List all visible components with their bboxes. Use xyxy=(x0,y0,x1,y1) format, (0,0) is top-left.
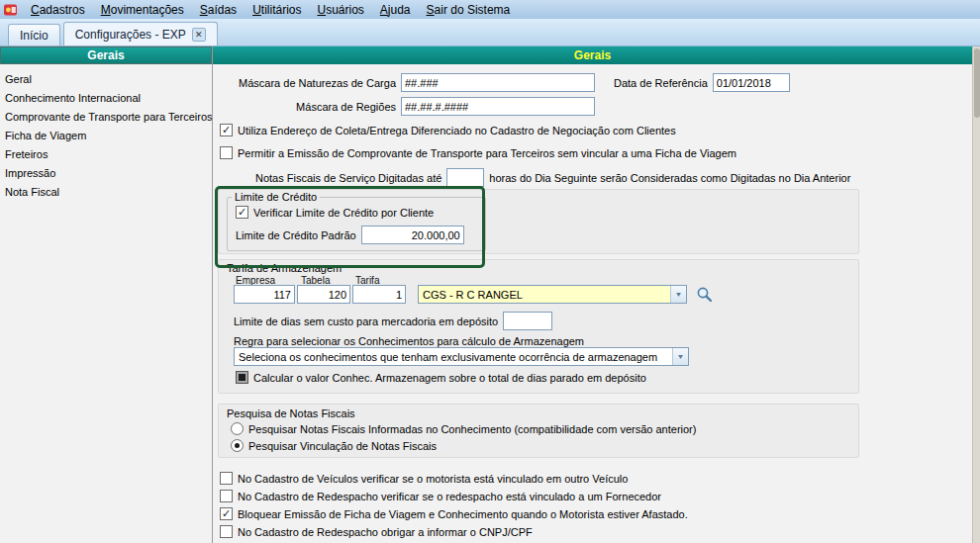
checkbox-row-veiculos: No Cadastro de Veículos verificar se o m… xyxy=(220,472,628,485)
pesquisa-notas-panel: Pesquisa de Notas Fiscais Pesquisar Nota… xyxy=(218,404,859,458)
limite-credito-groupbox: Limite de Crédito Verificar Limite de Cr… xyxy=(227,191,486,251)
limite-padrao-label: Limite de Crédito Padrão xyxy=(236,229,356,241)
tab-configuracoes-exp[interactable]: Configurações - EXP xyxy=(63,22,218,45)
limite-credito-panel: Limite de Crédito Verificar Limite de Cr… xyxy=(218,189,859,254)
sidebar-list: Geral Conhecimento Internacional Comprov… xyxy=(0,70,212,202)
menu-item-movimentacoes[interactable]: Movimentações xyxy=(93,2,192,18)
cliente-combobox-value: CGS - R C RANGEL xyxy=(419,289,670,301)
checkbox-row-permitir-emissao: Permitir a Emissão de Comprovante de Tra… xyxy=(220,146,736,159)
calcular-valor-label: Calcular o valor Conhec. Armazenagem sob… xyxy=(253,372,646,384)
field-row-mascara-naturezas: Máscara de Naturezas de Carga xyxy=(218,73,595,92)
calcular-valor-checkbox[interactable] xyxy=(236,371,248,384)
sidebar-item-nota-fiscal[interactable]: Nota Fiscal xyxy=(0,183,212,202)
menu-item-ajuda[interactable]: Ajuda xyxy=(372,2,419,18)
menu-item-cadastros[interactable]: Cadastros xyxy=(23,2,93,18)
limite-dias-row: Limite de dias sem custo para mercadoria… xyxy=(234,312,552,330)
mascara-naturezas-label: Máscara de Naturezas de Carga xyxy=(218,77,396,89)
menu-item-usuarios[interactable]: Usuários xyxy=(309,2,371,18)
redespacho-cnpj-label: No Cadastro de Redespacho obrigar a info… xyxy=(238,526,533,538)
notas-digitadas-horas-input[interactable] xyxy=(446,168,484,187)
sidebar-title: Gerais xyxy=(0,46,212,64)
regra-conhecimentos-label: Regra para selecionar os Conhecimentos p… xyxy=(234,335,584,347)
close-icon[interactable] xyxy=(192,28,206,42)
limite-dias-input[interactable] xyxy=(503,312,552,330)
chevron-down-icon[interactable] xyxy=(670,286,686,303)
data-referencia-input[interactable] xyxy=(713,73,790,92)
redespacho-fornecedor-label: No Cadastro de Redespacho verificar se o… xyxy=(238,491,661,502)
verificar-limite-row: Verificar Limite de Crédito por Cliente xyxy=(236,206,485,219)
menubar: Cadastros Movimentações Saídas Utilitári… xyxy=(0,0,980,19)
verificar-limite-label: Verificar Limite de Crédito por Cliente xyxy=(253,207,434,219)
endereco-coleta-checkbox[interactable] xyxy=(220,124,233,136)
limite-padrao-row: Limite de Crédito Padrão xyxy=(236,226,485,244)
sidebar-item-ficha-de-viagem[interactable]: Ficha de Viagem xyxy=(0,127,212,145)
pesquisa-informadas-row: Pesquisar Notas Fiscais Informadas no Co… xyxy=(231,422,696,435)
notas-digitadas-label-before: Notas Fiscais de Serviço Digitadas até xyxy=(255,172,441,184)
tarifa-input[interactable] xyxy=(352,285,406,304)
mascara-regioes-label: Máscara de Regiões xyxy=(218,101,396,113)
checkbox-row-redespacho-cnpj: No Cadastro de Redespacho obrigar a info… xyxy=(220,525,533,538)
redespacho-fornecedor-checkbox[interactable] xyxy=(220,490,233,502)
veiculos-motorista-checkbox[interactable] xyxy=(220,472,233,485)
endereco-coleta-label: Utiliza Endereço de Coleta/Entrega Difer… xyxy=(238,125,676,136)
limite-padrao-input[interactable] xyxy=(361,226,464,244)
app-icon xyxy=(3,2,20,17)
pesquisar-vinculacao-radio[interactable] xyxy=(231,439,244,452)
app-window: Cadastros Movimentações Saídas Utilitári… xyxy=(0,0,980,543)
scrollbar-vertical[interactable] xyxy=(972,46,980,543)
limite-credito-title: Limite de Crédito xyxy=(232,191,320,203)
bloquear-emissao-label: Bloquear Emissão de Ficha de Viagem e Co… xyxy=(238,508,688,520)
pesquisar-vinculacao-label: Pesquisar Vinculação de Notas Fiscais xyxy=(248,440,437,452)
tab-inicio[interactable]: Início xyxy=(8,24,60,45)
regra-conhecimentos-select[interactable]: Seleciona os conhecimentos que tenham ex… xyxy=(234,347,689,366)
sidebar-item-freteiros[interactable]: Freteiros xyxy=(0,145,212,164)
tab-configuracoes-label: Configurações - EXP xyxy=(75,28,186,42)
mascara-naturezas-input[interactable] xyxy=(401,73,595,92)
chevron-down-icon[interactable] xyxy=(672,348,688,365)
page-title: Gerais xyxy=(213,46,972,64)
main-content: Máscara de Naturezas de Carga Data de Re… xyxy=(213,64,972,543)
sidebar-item-conhecimento-internacional[interactable]: Conhecimento Internacional xyxy=(0,89,212,108)
field-row-mascara-regioes: Máscara de Regiões xyxy=(218,97,595,116)
sidebar-item-geral[interactable]: Geral xyxy=(0,70,212,89)
sidebar-item-comprovante-terceiros[interactable]: Comprovante de Transporte para Terceiros xyxy=(0,108,212,127)
veiculos-motorista-label: No Cadastro de Veículos verificar se o m… xyxy=(238,473,628,485)
notas-fiscais-digitadas-row: Notas Fiscais de Serviço Digitadas até h… xyxy=(255,168,850,187)
permitir-emissao-checkbox[interactable] xyxy=(220,146,233,159)
tarifa-armazenagem-panel: Tarifa de Armazenagem Empresa Tabela Tar… xyxy=(218,259,859,394)
search-icon[interactable] xyxy=(696,286,713,305)
tab-bar: Início Configurações - EXP xyxy=(0,19,980,46)
menu-item-sair[interactable]: Sair do Sistema xyxy=(419,2,519,18)
regra-conhecimentos-value: Seleciona os conhecimentos que tenham ex… xyxy=(235,351,672,363)
pesquisa-vinculacao-row: Pesquisar Vinculação de Notas Fiscais xyxy=(231,439,437,452)
checkbox-row-redespacho-fornecedor: No Cadastro de Redespacho verificar se o… xyxy=(220,490,661,502)
data-referencia-label: Data de Referência xyxy=(614,77,708,89)
checkbox-row-endereco-coleta: Utiliza Endereço de Coleta/Entrega Difer… xyxy=(220,124,676,136)
sidebar-item-impressao[interactable]: Impressão xyxy=(0,164,212,183)
pesquisar-informadas-radio[interactable] xyxy=(231,422,244,435)
mascara-regioes-input[interactable] xyxy=(401,97,595,116)
cliente-combobox[interactable]: CGS - R C RANGEL xyxy=(418,285,687,304)
limite-dias-label: Limite de dias sem custo para mercadoria… xyxy=(234,316,498,327)
scrollbar-thumb[interactable] xyxy=(974,48,980,118)
tabela-input[interactable] xyxy=(297,285,350,304)
checkbox-row-bloquear-emissao: Bloquear Emissão de Ficha de Viagem e Co… xyxy=(220,507,688,520)
calcular-valor-row: Calcular o valor Conhec. Armazenagem sob… xyxy=(236,371,646,384)
redespacho-cnpj-checkbox[interactable] xyxy=(220,525,233,538)
sidebar: Gerais Geral Conhecimento Internacional … xyxy=(0,46,213,543)
menu-item-utilitarios[interactable]: Utilitários xyxy=(245,2,309,18)
verificar-limite-checkbox[interactable] xyxy=(236,206,248,219)
tab-inicio-label: Início xyxy=(20,29,49,43)
notas-digitadas-label-after: horas do Dia Seguinte serão Consideradas… xyxy=(489,172,850,184)
field-row-data-referencia: Data de Referência xyxy=(614,73,790,92)
pesquisa-notas-title: Pesquisa de Notas Fiscais xyxy=(227,407,355,419)
empresa-input[interactable] xyxy=(234,285,295,304)
pesquisar-informadas-label: Pesquisar Notas Fiscais Informadas no Co… xyxy=(248,423,696,435)
menu-item-saidas[interactable]: Saídas xyxy=(192,2,245,18)
tarifa-armazenagem-title: Tarifa de Armazenagem xyxy=(227,262,342,274)
permitir-emissao-label: Permitir a Emissão de Comprovante de Tra… xyxy=(238,147,736,159)
bloquear-emissao-checkbox[interactable] xyxy=(220,507,233,520)
